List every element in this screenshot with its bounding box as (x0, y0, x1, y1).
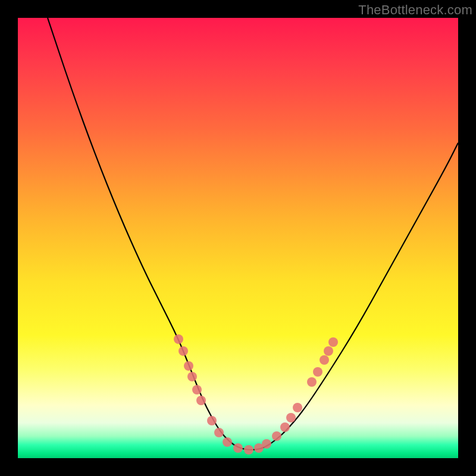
bottleneck-curve (48, 18, 458, 450)
benchmark-marker (272, 431, 281, 441)
marker-group (174, 334, 338, 455)
benchmark-marker (324, 346, 333, 356)
benchmark-marker (320, 355, 329, 365)
benchmark-marker (187, 372, 197, 381)
plot-area (18, 18, 458, 458)
benchmark-marker (192, 385, 202, 394)
benchmark-marker (223, 437, 232, 447)
benchmark-marker (184, 361, 193, 371)
benchmark-marker (244, 445, 253, 455)
benchmark-marker (207, 416, 217, 425)
benchmark-marker (293, 403, 302, 412)
benchmark-marker (280, 422, 290, 432)
benchmark-marker (328, 337, 338, 347)
benchmark-marker (214, 428, 224, 437)
chart-svg (18, 18, 458, 458)
benchmark-marker (262, 439, 271, 449)
benchmark-marker (307, 377, 317, 387)
benchmark-marker (196, 396, 206, 405)
benchmark-marker (233, 443, 243, 453)
benchmark-marker (313, 367, 322, 377)
benchmark-marker (286, 413, 296, 422)
outer-black-frame: TheBottleneck.com (0, 0, 476, 476)
benchmark-marker (174, 334, 183, 344)
benchmark-marker (178, 346, 188, 356)
watermark-text: TheBottleneck.com (358, 2, 472, 18)
